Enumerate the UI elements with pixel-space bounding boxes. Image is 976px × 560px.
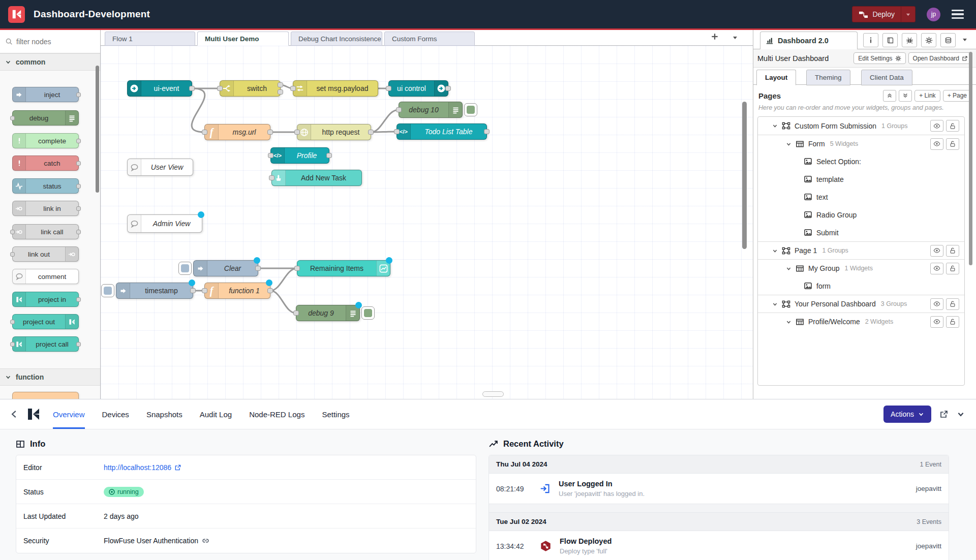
node-msg-url[interactable]: fmsg.url [204, 124, 270, 140]
palette-category-common[interactable]: common [0, 53, 100, 71]
node-remaining-items[interactable]: Remaining Items [297, 260, 390, 276]
palette-node-link-in[interactable]: link in [12, 201, 79, 216]
palette-category-function[interactable]: function [0, 368, 100, 386]
flow-list-caret[interactable] [732, 35, 738, 41]
node-comment-admin-view[interactable]: Admin View [127, 214, 202, 233]
canvas-scrollbar-vertical[interactable] [742, 102, 747, 249]
tab-audit-log[interactable]: Audit Log [200, 399, 232, 429]
tree-page-row[interactable]: Page 11 Groups [758, 241, 964, 259]
tree-page-row[interactable]: Your Personal Dashboard3 Groups [758, 295, 964, 313]
palette-node-catch[interactable]: catch [12, 155, 79, 171]
palette-node-status[interactable]: status [12, 178, 79, 194]
palette-node-link-call[interactable]: link call [12, 224, 79, 239]
open-dashboard-button[interactable]: Open Dashboard [908, 52, 972, 64]
node-inject-timestamp[interactable]: timestamp [116, 283, 193, 299]
editor-link[interactable]: http://localhost:12086 [104, 463, 181, 472]
node-debug-10[interactable]: debug 10 [399, 102, 463, 118]
node-ui-event[interactable]: ui-event [127, 80, 192, 97]
node-add-new-task[interactable]: Add New Task [271, 170, 362, 186]
panel-resize-handle[interactable] [482, 391, 504, 397]
tree-widget-row[interactable]: template [758, 170, 964, 188]
tab-overview[interactable]: Overview [53, 399, 85, 429]
visibility-button[interactable] [930, 316, 943, 328]
palette-node-project-out[interactable]: project out [12, 314, 79, 329]
palette-scrollbar[interactable] [96, 66, 99, 193]
chain-link-icon[interactable] [202, 537, 209, 545]
flow-tab-debug-chart[interactable]: Debug Chart Inconsistence S [291, 32, 382, 46]
debug-sidebar-button[interactable] [902, 33, 917, 47]
palette-node-comment[interactable]: comment [12, 269, 79, 284]
context-sidebar-button[interactable] [940, 33, 956, 47]
edit-settings-button[interactable]: Edit Settings [853, 52, 905, 64]
flow-tab-1[interactable]: Flow 1 [105, 32, 195, 46]
visibility-button[interactable] [930, 120, 943, 132]
palette-node-complete[interactable]: complete [12, 133, 79, 148]
tree-group-row[interactable]: My Group1 Widgets [758, 259, 964, 277]
expand-all-button[interactable] [899, 90, 912, 102]
tree-widget-row[interactable]: Select Option: [758, 152, 964, 170]
tab-layout[interactable]: Layout [756, 70, 796, 85]
collapse-panel-icon[interactable] [957, 410, 965, 418]
flow-canvas[interactable]: ui-event switch set msg.payload ui contr… [101, 46, 753, 399]
node-function-1[interactable]: ffunction 1 [204, 283, 270, 299]
deploy-button[interactable]: Deploy [852, 6, 916, 22]
activity-entry[interactable]: 08:21:49 User Logged In User 'joepavitt'… [489, 474, 949, 504]
palette-node-debug[interactable]: debug [12, 110, 79, 126]
tab-node-red-logs[interactable]: Node-RED Logs [249, 399, 304, 429]
deploy-menu-caret[interactable] [901, 7, 915, 22]
node-ui-control[interactable]: ui control [388, 80, 448, 97]
palette-node-inject[interactable]: inject [12, 87, 79, 102]
node-http-request[interactable]: http request [297, 124, 371, 140]
tab-devices[interactable]: Devices [102, 399, 129, 429]
tab-dashboard-2[interactable]: Dashboard 2.0 [760, 32, 858, 49]
tab-settings[interactable]: Settings [322, 399, 349, 429]
open-editor-external-icon[interactable] [939, 410, 949, 419]
palette-node-project-in[interactable]: project in [12, 292, 79, 307]
tree-page-row[interactable]: Custom Form Submission1 Groups [758, 117, 964, 135]
lock-button[interactable] [946, 138, 959, 150]
info-sidebar-button[interactable] [863, 33, 878, 47]
search-input[interactable] [16, 38, 87, 46]
sidebar-menu-caret[interactable] [962, 37, 968, 43]
node-todo-list-table[interactable]: </>Todo List Table [396, 123, 487, 140]
actions-button[interactable]: Actions [883, 406, 931, 423]
add-page-button[interactable]: + Page [943, 90, 971, 102]
back-arrow-icon[interactable] [9, 409, 19, 419]
visibility-button[interactable] [930, 138, 943, 150]
activity-entry[interactable]: 13:34:42 Flow Deployed Deploy type 'full… [489, 531, 949, 560]
inject-button[interactable] [101, 284, 114, 297]
lock-button[interactable] [946, 263, 959, 274]
node-set-msg-payload[interactable]: set msg.payload [293, 80, 378, 97]
tree-widget-row[interactable]: text [758, 188, 964, 206]
add-link-button[interactable]: + Link [914, 90, 940, 102]
palette-node-link-out[interactable]: link out [12, 246, 79, 262]
avatar[interactable]: jp [927, 8, 940, 21]
palette-node-project-call[interactable]: project call [12, 336, 79, 352]
lock-button[interactable] [946, 316, 959, 328]
tree-group-row[interactable]: Form5 Widgets [758, 135, 964, 152]
node-profile[interactable]: </>Profile [270, 147, 329, 164]
lock-button[interactable] [946, 298, 959, 310]
tree-widget-row[interactable]: Radio Group [758, 206, 964, 224]
inject-button[interactable] [178, 262, 192, 275]
collapse-all-button[interactable] [883, 90, 896, 102]
tree-group-row[interactable]: Profile/Welcome2 Widgets [758, 313, 964, 330]
tab-snapshots[interactable]: Snapshots [146, 399, 182, 429]
debug-toggle-button[interactable] [464, 103, 477, 116]
tab-client-data[interactable]: Client Data [861, 70, 912, 85]
tree-widget-row[interactable]: Submit [758, 224, 964, 241]
node-switch[interactable]: switch [220, 80, 281, 97]
palette-search[interactable] [0, 30, 100, 53]
flow-tab-custom-forms[interactable]: Custom Forms [384, 32, 475, 46]
palette-node-partial[interactable] [12, 392, 79, 399]
node-debug-9[interactable]: debug 9 [296, 305, 360, 321]
hamburger-icon[interactable] [952, 10, 964, 19]
sidebar-scrollbar[interactable] [969, 52, 972, 265]
debug-toggle-button[interactable] [361, 306, 375, 320]
lock-button[interactable] [946, 245, 959, 257]
help-sidebar-button[interactable] [882, 33, 898, 47]
lock-button[interactable] [946, 120, 959, 132]
visibility-button[interactable] [930, 298, 943, 310]
visibility-button[interactable] [930, 263, 943, 274]
tree-widget-row[interactable]: form [758, 277, 964, 295]
